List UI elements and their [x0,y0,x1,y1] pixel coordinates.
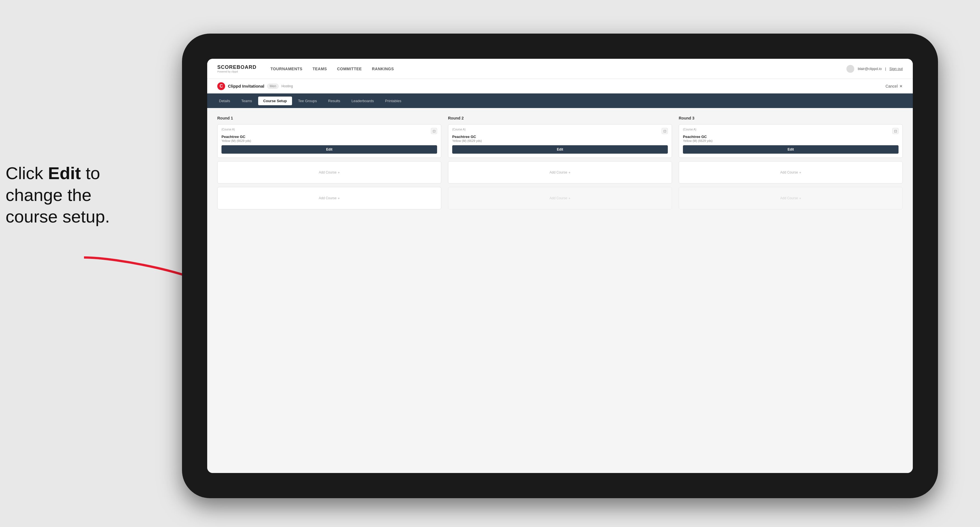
course-delete-button[interactable]: ⊡ [431,128,437,134]
nav-tournaments[interactable]: TOURNAMENTS [270,67,302,71]
nav-links: TOURNAMENTS TEAMS COMMITTEE RANKINGS [270,67,846,71]
course-details: Yellow (M) (6629 yds) [218,139,441,145]
round-3-course-a-card: (Course A) ⊡ Peachtree GC Yellow (M) (66… [679,124,903,158]
course-a-label: (Course A) [683,128,696,131]
tab-results[interactable]: Results [323,97,345,105]
course-delete-button[interactable]: ⊡ [662,128,668,134]
course-delete-button[interactable]: ⊡ [892,128,899,134]
course-card-header: (Course A) ⊡ [218,125,441,134]
add-course-label: Add Course [550,170,567,175]
nav-committee[interactable]: COMMITTEE [337,67,362,71]
round-1-column: Round 1 (Course A) ⊡ Peachtree GC Yellow… [217,116,441,213]
logo-subtitle: Powered by clippd [217,70,256,73]
tournament-status: Hosting [282,84,293,88]
round-3-edit-button[interactable]: Edit [683,145,899,154]
add-course-label: Add Course [319,196,337,200]
round-3-column: Round 3 (Course A) ⊡ Peachtree GC Yellow… [679,116,903,213]
add-course-label: Add Course [319,170,337,175]
tournament-header: C Clippd Invitational Men Hosting Cancel… [207,79,913,94]
round-2-add-course-1[interactable]: Add Course + [448,161,672,184]
course-name: Peachtree GC [679,134,902,139]
tournament-badge: Men [267,84,278,89]
course-a-label: (Course A) [452,128,466,131]
user-avatar [846,65,854,73]
tab-course-setup[interactable]: Course Setup [258,97,292,105]
tab-tee-groups[interactable]: Tee Groups [293,97,322,105]
add-course-label: Add Course [550,196,567,200]
round-1-course-a-card: (Course A) ⊡ Peachtree GC Yellow (M) (66… [217,124,441,158]
top-nav-bar: SCOREBOARD Powered by clippd TOURNAMENTS… [207,59,913,79]
course-name: Peachtree GC [218,134,441,139]
add-course-plus-icon: + [799,170,801,175]
main-content: Round 1 (Course A) ⊡ Peachtree GC Yellow… [207,108,913,473]
rounds-container: Round 1 (Course A) ⊡ Peachtree GC Yellow… [217,116,903,213]
course-name: Peachtree GC [448,134,672,139]
cancel-x-icon: ✕ [899,84,903,89]
round-2-course-a-card: (Course A) ⊡ Peachtree GC Yellow (M) (66… [448,124,672,158]
course-card-header: (Course A) ⊡ [448,125,672,134]
top-nav-right: blair@clippd.io | Sign out [846,65,903,73]
round-1-add-course-1[interactable]: Add Course + [217,161,441,184]
add-course-label: Add Course [780,170,798,175]
tab-printables[interactable]: Printables [380,97,406,105]
tab-nav: Details Teams Course Setup Tee Groups Re… [207,94,913,108]
course-details: Yellow (M) (6629 yds) [448,139,672,145]
add-course-plus-icon: + [338,196,340,200]
round-1-add-course-2[interactable]: Add Course + [217,187,441,210]
add-course-label: Add Course [780,196,798,200]
tab-leaderboards[interactable]: Leaderboards [346,97,379,105]
instruction-text: Click Edit to change the course setup. [6,162,140,227]
nav-rankings[interactable]: RANKINGS [372,67,394,71]
course-a-label: (Course A) [221,128,235,131]
nav-separator: | [885,67,886,71]
tournament-name: Clippd Invitational [228,84,264,89]
round-3-add-course-2: Add Course + [679,187,903,210]
add-course-plus-icon: + [338,170,340,175]
course-details: Yellow (M) (6629 yds) [679,139,902,145]
tab-details[interactable]: Details [214,97,235,105]
round-3-add-course-1[interactable]: Add Course + [679,161,903,184]
round-2-edit-button[interactable]: Edit [452,145,668,154]
app-logo: SCOREBOARD Powered by clippd [217,64,256,73]
round-2-add-course-2: Add Course + [448,187,672,210]
logo-title: SCOREBOARD [217,64,256,70]
round-3-title: Round 3 [679,116,903,121]
round-2-column: Round 2 (Course A) ⊡ Peachtree GC Yellow… [448,116,672,213]
add-course-plus-icon: + [568,170,571,175]
tablet-screen: SCOREBOARD Powered by clippd TOURNAMENTS… [207,59,913,473]
cancel-button[interactable]: Cancel ✕ [885,84,903,89]
tablet-device: SCOREBOARD Powered by clippd TOURNAMENTS… [182,33,938,498]
add-course-plus-icon: + [568,196,571,200]
sign-out-link[interactable]: Sign out [889,67,903,71]
round-2-title: Round 2 [448,116,672,121]
user-email: blair@clippd.io [858,67,881,71]
course-card-header: (Course A) ⊡ [679,125,902,134]
round-1-title: Round 1 [217,116,441,121]
tournament-logo: C [217,82,225,90]
round-1-edit-button[interactable]: Edit [221,145,437,154]
add-course-plus-icon: + [799,196,801,200]
nav-teams[interactable]: TEAMS [312,67,327,71]
tab-teams[interactable]: Teams [236,97,257,105]
